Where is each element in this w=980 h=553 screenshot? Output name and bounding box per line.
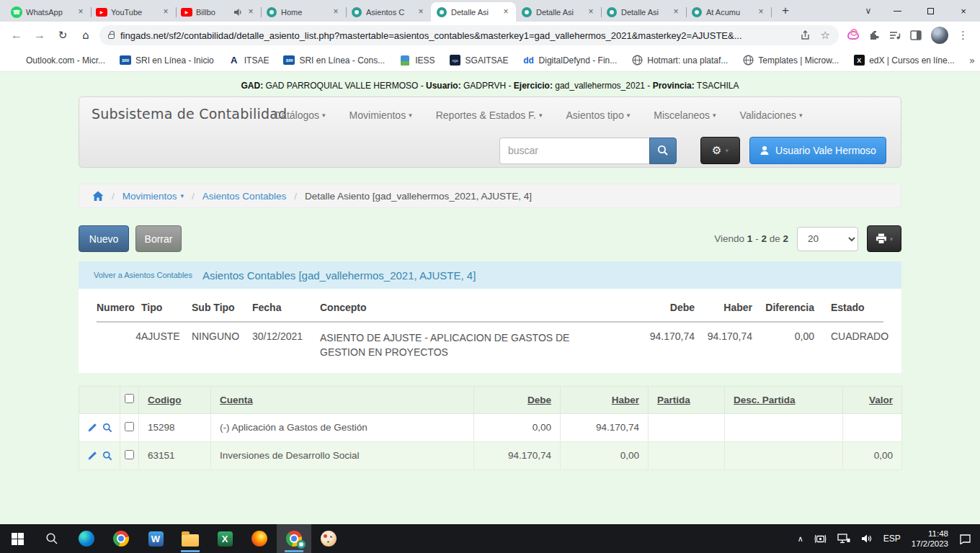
- col-haber-sort[interactable]: Haber: [561, 386, 649, 413]
- tray-expand-icon[interactable]: ∧: [798, 534, 803, 544]
- col-desc-partida-sort[interactable]: Desc. Partida: [725, 386, 843, 413]
- tab-billboard[interactable]: ▶ Billbo ×: [176, 2, 261, 22]
- side-panel-icon[interactable]: [910, 30, 922, 40]
- url-text[interactable]: fingads.net/sf2/contabilidad/detalle_asi…: [120, 30, 794, 41]
- tab-close-icon[interactable]: ×: [586, 7, 596, 17]
- bookmark-outlook[interactable]: Outlook.com - Micr...: [10, 55, 105, 66]
- back-button[interactable]: ←: [7, 26, 26, 45]
- tab-search-chevron-icon[interactable]: ∨: [856, 6, 881, 16]
- taskbar-chrome-active[interactable]: [277, 524, 311, 553]
- screen-cast-icon[interactable]: [814, 534, 827, 544]
- page-size-select[interactable]: 20: [797, 227, 858, 251]
- search-input[interactable]: [499, 138, 649, 164]
- lock-icon[interactable]: [108, 34, 115, 39]
- weather-extension-icon[interactable]: [847, 31, 859, 40]
- borrar-button[interactable]: Borrar: [135, 225, 182, 252]
- browser-menu-icon[interactable]: ⋮: [958, 29, 968, 42]
- language-indicator[interactable]: ESP: [883, 534, 901, 544]
- menu-miscelaneos[interactable]: Miscelaneos▾: [654, 109, 716, 121]
- home-icon[interactable]: [92, 191, 104, 202]
- address-bar[interactable]: fingads.net/sf2/contabilidad/detalle_asi…: [99, 25, 839, 45]
- tab-close-icon[interactable]: ×: [756, 7, 766, 17]
- new-tab-button[interactable]: +: [775, 1, 796, 21]
- select-all-checkbox[interactable]: [125, 394, 134, 403]
- nuevo-button[interactable]: Nuevo: [79, 225, 129, 252]
- tab-close-icon[interactable]: ×: [331, 7, 341, 17]
- user-button[interactable]: Usuario Vale Hermoso: [749, 137, 886, 164]
- row-checkbox[interactable]: [125, 450, 134, 459]
- reading-list-icon[interactable]: [889, 30, 901, 40]
- volver-link[interactable]: Volver a Asientos Contables: [94, 271, 192, 279]
- tab-close-icon[interactable]: ×: [416, 7, 426, 17]
- menu-validaciones[interactable]: Validaciones▾: [740, 109, 803, 121]
- tab-asientos-contables[interactable]: Asientos C ×: [346, 2, 431, 22]
- view-icon[interactable]: [102, 423, 112, 433]
- tray-time: 11:48: [912, 529, 948, 539]
- menu-reportes[interactable]: Reportes & Estados F.▾: [436, 109, 543, 121]
- taskbar-search-button[interactable]: [35, 524, 69, 553]
- bookmark-edx[interactable]: X edX | Cursos en líne...: [853, 55, 955, 66]
- browser-home-button[interactable]: ⌂: [76, 26, 95, 45]
- breadcrumb-asientos-contables[interactable]: Asientos Contables: [202, 191, 286, 202]
- bookmark-itsae[interactable]: A ITSAE: [228, 55, 270, 66]
- window-close-button[interactable]: ×: [947, 0, 980, 22]
- breadcrumb-movimientos[interactable]: Movimientos▾: [122, 191, 184, 202]
- row-checkbox[interactable]: [125, 422, 134, 431]
- taskbar-chrome[interactable]: [104, 524, 138, 553]
- col-debe-sort[interactable]: Debe: [474, 386, 561, 413]
- bookmark-hotmart[interactable]: Hotmart: una plataf...: [631, 55, 728, 66]
- taskbar-file-explorer[interactable]: [173, 524, 208, 553]
- tab-detalle-asiento-active[interactable]: Detalle Asi ×: [431, 2, 516, 22]
- volume-icon[interactable]: [861, 534, 873, 544]
- taskbar-excel[interactable]: X: [208, 524, 242, 553]
- tab-close-icon[interactable]: ×: [161, 7, 171, 17]
- tab-whatsapp[interactable]: ☎ WhatsApp ×: [6, 2, 91, 22]
- col-cuenta-sort[interactable]: Cuenta: [211, 386, 474, 413]
- tab-home[interactable]: Home ×: [261, 2, 346, 22]
- profile-avatar[interactable]: [931, 27, 948, 44]
- col-valor-sort[interactable]: Valor: [843, 386, 902, 413]
- notification-center-icon[interactable]: [959, 534, 971, 544]
- tab-audio-icon[interactable]: [233, 8, 242, 17]
- window-restore-button[interactable]: [914, 0, 947, 22]
- taskbar-word[interactable]: W: [138, 524, 173, 553]
- print-button[interactable]: ▾: [867, 225, 901, 252]
- tab-at-acumulados[interactable]: At Acumu ×: [686, 2, 771, 22]
- col-partida-sort[interactable]: Partida: [649, 386, 725, 413]
- view-icon[interactable]: [102, 451, 112, 461]
- start-button[interactable]: [0, 524, 35, 553]
- search-button[interactable]: [649, 138, 677, 164]
- tab-detalle-asiento-2[interactable]: Detalle Asi ×: [516, 2, 601, 22]
- menu-movimientos[interactable]: Movimientos▾: [349, 109, 412, 121]
- bookmark-iess[interactable]: IESS: [399, 55, 435, 66]
- tab-detalle-asiento-3[interactable]: Detalle Asi ×: [601, 2, 686, 22]
- taskbar-edge[interactable]: [69, 524, 104, 553]
- bookmark-sri-inicio[interactable]: SRI SRI en Línea - Inicio: [120, 55, 214, 66]
- bookmark-templates[interactable]: Templates | Microw...: [742, 55, 839, 66]
- tab-close-icon[interactable]: ×: [501, 7, 511, 17]
- reload-button[interactable]: ↻: [53, 26, 72, 45]
- tab-close-icon[interactable]: ×: [246, 7, 256, 17]
- taskbar-paint[interactable]: [311, 524, 346, 553]
- bookmark-digitaldefynd[interactable]: dd DigitalDefynd - Fin...: [523, 55, 618, 66]
- clock[interactable]: 11:48 17/2/2023: [912, 529, 948, 549]
- forward-button[interactable]: →: [30, 26, 49, 45]
- window-minimize-button[interactable]: [881, 0, 914, 22]
- menu-catalogos[interactable]: Catálogos▾: [274, 109, 326, 121]
- extensions-puzzle-icon[interactable]: [868, 30, 880, 41]
- bookmark-star-icon[interactable]: ☆: [821, 29, 830, 42]
- tab-close-icon[interactable]: ×: [76, 7, 86, 17]
- share-icon[interactable]: [800, 30, 811, 40]
- settings-button[interactable]: ⚙▾: [700, 137, 740, 164]
- edit-icon[interactable]: [87, 451, 97, 461]
- network-icon[interactable]: [837, 534, 850, 544]
- bookmarks-overflow-icon[interactable]: »: [969, 55, 976, 66]
- edit-icon[interactable]: [87, 423, 97, 433]
- bookmark-sri-consultas[interactable]: SRI SRI en Línea - Cons...: [283, 55, 385, 66]
- tab-close-icon[interactable]: ×: [671, 7, 681, 17]
- col-codigo-sort[interactable]: Codigo: [139, 386, 211, 413]
- taskbar-firefox[interactable]: [242, 524, 277, 553]
- tab-youtube[interactable]: ▶ YouTube ×: [91, 2, 176, 22]
- menu-asientos-tipo[interactable]: Asientos tipo▾: [566, 109, 631, 121]
- bookmark-sgaitsae[interactable]: sga SGAITSAE: [450, 55, 509, 66]
